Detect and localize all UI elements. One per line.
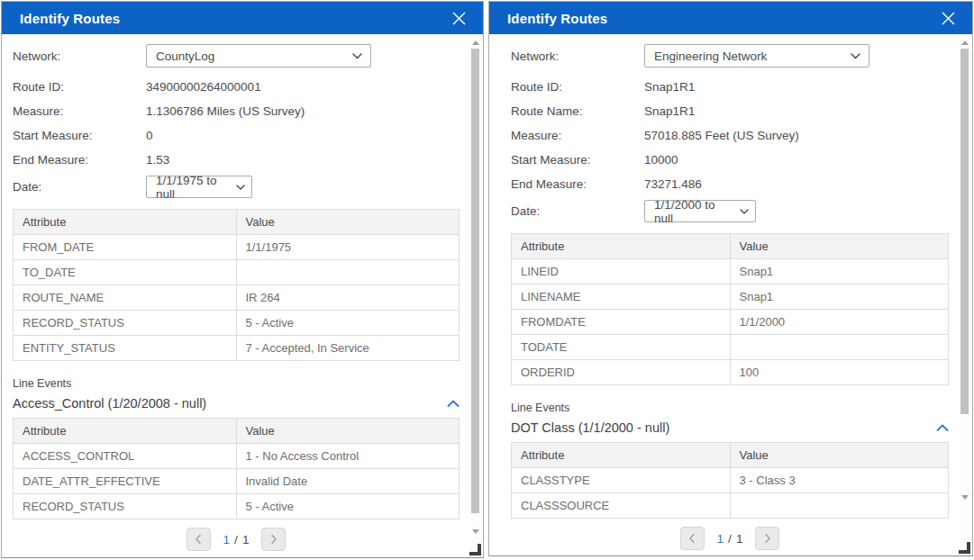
- date-field: Date: 1/1/1975 to null: [13, 176, 460, 198]
- resize-grip-icon[interactable]: [469, 544, 481, 555]
- value-column-header: Value: [236, 210, 460, 235]
- date-field: Date: 1/1/2000 to null: [511, 200, 949, 222]
- table-row: LINENAMESnap1: [512, 285, 949, 310]
- table-row: FROM_DATE1/1/1975: [14, 235, 460, 260]
- value-cell: Snap1: [730, 259, 949, 285]
- table-header-row: Attribute Value: [14, 210, 460, 235]
- measure-label: Measure:: [13, 104, 146, 118]
- date-label: Date:: [511, 204, 644, 218]
- value-cell: [730, 335, 949, 360]
- pagination: 1 / 1: [511, 527, 949, 550]
- vertical-scrollbar[interactable]: [960, 38, 969, 552]
- vertical-scrollbar[interactable]: [470, 38, 480, 554]
- date-select[interactable]: 1/1/1975 to null: [146, 176, 252, 198]
- start-measure-field: Start Measure: 10000: [511, 151, 949, 167]
- dialog-title: Identify Routes: [20, 11, 120, 26]
- network-field: Network: CountyLog: [13, 44, 460, 68]
- attribute-column-header: Attribute: [512, 234, 731, 259]
- start-measure-value: 0: [146, 129, 153, 142]
- route-name-field: Route Name: Snap1R1: [511, 103, 949, 119]
- chevron-down-icon: [851, 53, 860, 59]
- attribute-cell: CLASSSOURCE: [512, 493, 731, 519]
- table-row: CLASSSOURCE: [512, 493, 949, 519]
- route-attribute-table: Attribute Value FROM_DATE1/1/1975 TO_DAT…: [13, 209, 460, 361]
- measure-label: Measure:: [511, 129, 644, 142]
- attribute-cell: LINENAME: [512, 285, 731, 310]
- start-measure-value: 10000: [644, 153, 678, 167]
- scrollbar-thumb[interactable]: [960, 49, 969, 414]
- next-page-button[interactable]: [261, 528, 286, 551]
- network-label: Network:: [13, 50, 146, 63]
- value-cell: 100: [730, 360, 949, 385]
- route-attribute-table: Attribute Value LINEIDSnap1 LINENAMESnap…: [511, 233, 949, 385]
- attribute-column-header: Attribute: [512, 443, 731, 468]
- table-row: ROUTE_NAMEIR 264: [14, 285, 460, 311]
- end-measure-field: End Measure: 1.53: [13, 151, 460, 167]
- route-id-value: 34900000264000001: [146, 80, 261, 94]
- identify-routes-dialog-right: Identify Routes Network: Engineering Net…: [488, 1, 973, 556]
- dialog-content: Network: Engineering Network Route ID: S…: [489, 34, 972, 555]
- attribute-cell: TO_DATE: [14, 260, 237, 285]
- value-column-header: Value: [730, 234, 949, 259]
- value-cell: 7 - Accepted, In Service: [236, 336, 460, 361]
- chevron-up-icon[interactable]: [447, 395, 460, 411]
- value-column-header: Value: [236, 419, 460, 444]
- table-header-row: Attribute Value: [512, 234, 949, 259]
- table-row: TO_DATE: [14, 260, 460, 285]
- scroll-up-icon[interactable]: [472, 41, 479, 45]
- total-pages: 1: [242, 533, 250, 546]
- value-cell: [236, 260, 460, 285]
- start-measure-label: Start Measure:: [511, 153, 644, 167]
- table-header-row: Attribute Value: [14, 419, 460, 444]
- scroll-up-icon[interactable]: [961, 41, 969, 45]
- date-select-value: 1/1/1975 to null: [156, 174, 229, 201]
- network-select[interactable]: CountyLog: [146, 44, 371, 68]
- value-cell: 1/1/1975: [236, 235, 460, 260]
- attribute-cell: RECORD_STATUS: [14, 494, 237, 519]
- scroll-down-icon[interactable]: [961, 495, 969, 500]
- attribute-cell: ENTITY_STATUS: [14, 336, 237, 361]
- line-event-section-header[interactable]: Access_Control (1/20/2008 - null): [13, 395, 460, 411]
- table-row: LINEIDSnap1: [512, 259, 949, 285]
- network-select[interactable]: Engineering Network: [644, 44, 869, 68]
- route-name-label: Route Name:: [511, 104, 644, 118]
- total-pages: 1: [736, 532, 743, 546]
- dialog-titlebar[interactable]: Identify Routes: [489, 2, 972, 34]
- pagination: 1 / 1: [13, 528, 460, 551]
- table-row: RECORD_STATUS5 - Active: [14, 311, 460, 336]
- attribute-cell: ROUTE_NAME: [14, 285, 237, 311]
- value-cell: Invalid Date: [236, 469, 460, 494]
- attribute-column-header: Attribute: [14, 210, 237, 235]
- end-measure-label: End Measure:: [13, 153, 146, 167]
- scrollbar-thumb[interactable]: [471, 49, 479, 513]
- chevron-down-icon: [740, 209, 749, 214]
- line-event-section-header[interactable]: DOT Class (1/1/2000 - null): [511, 420, 949, 436]
- table-header-row: Attribute Value: [512, 443, 949, 468]
- value-cell: 1 - No Access Control: [236, 444, 460, 469]
- previous-page-button[interactable]: [680, 527, 705, 550]
- current-page: 1: [223, 533, 231, 546]
- table-row: ORDERID100: [512, 360, 949, 385]
- identify-routes-dialog-left: Identify Routes Network: CountyLog Route…: [1, 1, 484, 558]
- measure-value: 57018.885 Feet (US Survey): [644, 129, 799, 142]
- next-page-button[interactable]: [755, 527, 779, 550]
- current-page: 1: [717, 532, 724, 546]
- dialog-titlebar[interactable]: Identify Routes: [2, 2, 483, 34]
- table-row: CLASSTYPE3 - Class 3: [512, 468, 949, 493]
- close-icon[interactable]: [938, 8, 958, 28]
- resize-grip-icon[interactable]: [959, 542, 970, 554]
- route-id-value: Snap1R1: [644, 80, 695, 94]
- table-row: ENTITY_STATUS7 - Accepted, In Service: [14, 336, 460, 361]
- chevron-up-icon[interactable]: [936, 420, 949, 436]
- end-measure-field: End Measure: 73271.486: [511, 176, 949, 192]
- start-measure-field: Start Measure: 0: [13, 127, 460, 143]
- previous-page-button[interactable]: [187, 528, 211, 551]
- line-events-label: Line Events: [511, 402, 949, 414]
- table-row: TODATE: [512, 335, 949, 360]
- close-icon[interactable]: [449, 8, 469, 28]
- date-select[interactable]: 1/1/2000 to null: [644, 200, 756, 222]
- scroll-down-icon[interactable]: [472, 529, 479, 534]
- attribute-cell: DATE_ATTR_EFFECTIVE: [14, 469, 237, 494]
- route-id-field: Route ID: 34900000264000001: [13, 78, 460, 95]
- dialog-title: Identify Routes: [507, 11, 607, 26]
